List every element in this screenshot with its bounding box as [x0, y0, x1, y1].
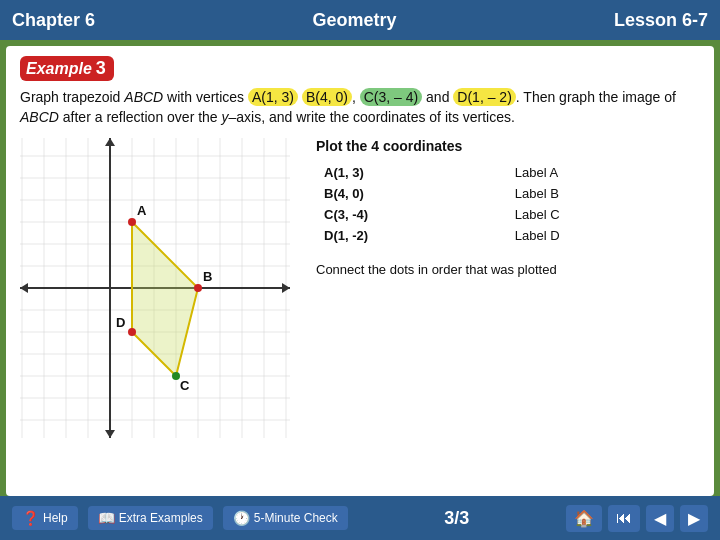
coord-a: A(1, 3) [316, 162, 507, 183]
book-icon: 📖 [98, 510, 115, 526]
table-row: B(4, 0) Label B [316, 183, 700, 204]
prev-prev-button[interactable]: ⏮ [608, 505, 640, 532]
prev-button[interactable]: ◀ [646, 505, 674, 532]
label-c: Label C [507, 204, 700, 225]
clock-icon: 🕐 [233, 510, 250, 526]
nav-buttons: 🏠 ⏮ ◀ ▶ [566, 505, 708, 532]
instructions-panel: Plot the 4 coordinates A(1, 3) Label A B… [316, 138, 700, 448]
extra-examples-button[interactable]: 📖 Extra Examples [88, 506, 213, 530]
connect-instructions: Connect the dots in order that was plott… [316, 260, 700, 280]
help-label: Help [43, 511, 68, 525]
chapter-label: Chapter 6 [12, 10, 95, 31]
coord-b: B(4, 0) [316, 183, 507, 204]
footer-left: ❓ Help 📖 Extra Examples 🕐 5-Minute Check [12, 506, 348, 530]
table-row: A(1, 3) Label A [316, 162, 700, 183]
home-button[interactable]: 🏠 [566, 505, 602, 532]
page-number: 3/3 [444, 508, 469, 529]
lesson-label: Lesson 6-7 [614, 10, 708, 31]
coord-d: D(1, -2) [316, 225, 507, 246]
check-label: 5-Minute Check [254, 511, 338, 525]
example-number: 3 [96, 58, 106, 79]
coord-c: C(3, -4) [316, 204, 507, 225]
extra-label: Extra Examples [119, 511, 203, 525]
example-text: Example [26, 60, 92, 78]
minute-check-button[interactable]: 🕐 5-Minute Check [223, 506, 348, 530]
table-row: C(3, -4) Label C [316, 204, 700, 225]
problem-text: Graph trapezoid ABCD with vertices A(1, … [20, 87, 700, 128]
content-area: Example 3 Graph trapezoid ABCD with vert… [6, 46, 714, 496]
header-bar: Chapter 6 Geometry Lesson 6-7 [0, 0, 720, 40]
label-b: Label B [507, 183, 700, 204]
help-button[interactable]: ❓ Help [12, 506, 78, 530]
coordinates-table: A(1, 3) Label A B(4, 0) Label B C(3, -4)… [316, 162, 700, 246]
label-a: Label A [507, 162, 700, 183]
next-button[interactable]: ▶ [680, 505, 708, 532]
help-icon: ❓ [22, 510, 39, 526]
coordinate-graph [20, 138, 290, 438]
plot-title: Plot the 4 coordinates [316, 138, 700, 154]
footer-bar: ❓ Help 📖 Extra Examples 🕐 5-Minute Check… [0, 496, 720, 540]
table-row: D(1, -2) Label D [316, 225, 700, 246]
main-content: Plot the 4 coordinates A(1, 3) Label A B… [20, 138, 700, 448]
subject-label: Geometry [312, 10, 396, 31]
graph-container [20, 138, 300, 448]
label-d: Label D [507, 225, 700, 246]
example-badge: Example 3 [20, 56, 114, 81]
